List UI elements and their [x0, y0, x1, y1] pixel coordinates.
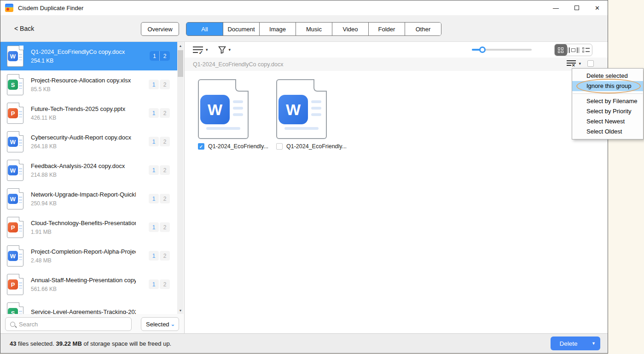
- menu-item-ignore-this-group[interactable]: Ignore this group: [572, 81, 643, 91]
- group-filename: Cloud-Technology-Benefits-Presentation-2…: [31, 220, 136, 226]
- duplicate-count-badges: 12: [149, 279, 170, 289]
- menu-item-delete-selected[interactable]: Delete selected: [572, 71, 643, 81]
- duplicate-count-badges: 12: [149, 165, 170, 175]
- group-row[interactable]: S Service-Level-Agreements-Tracking-2024…: [0, 299, 177, 314]
- app-icon: [5, 4, 13, 12]
- group-filename: Future-Tech-Trends-2025 copy.pptx: [31, 105, 136, 112]
- sidebar-footer: Search Selected ⌄: [0, 314, 184, 334]
- file-card[interactable]: W ✓ Q1-2024_EcoFriendly...: [198, 79, 251, 150]
- selection-summary: 43 files selected. 39.22 MB of storage s…: [10, 340, 171, 347]
- select-options-icon[interactable]: ✓: [193, 46, 203, 53]
- file-card[interactable]: W Q1-2024_EcoFriendly...: [276, 79, 330, 150]
- compare-view-icon: [567, 47, 580, 53]
- duplicate-count-badges: 12: [150, 51, 170, 61]
- duplicate-groups-sidebar: W Q1-2024_EcoFriendlyCo copy.docx254.1 K…: [0, 42, 185, 334]
- group-list: W Q1-2024_EcoFriendlyCo copy.docx254.1 K…: [0, 42, 185, 314]
- group-filesize: 264.18 KB: [31, 143, 136, 150]
- chevron-down-icon: ⌄: [171, 321, 175, 327]
- group-row[interactable]: P Cloud-Technology-Benefits-Presentation…: [0, 213, 177, 242]
- back-button[interactable]: < Back: [14, 25, 34, 32]
- file-checkbox-unchecked[interactable]: [276, 143, 283, 150]
- group-row[interactable]: P Future-Tech-Trends-2025 copy.pptx426.1…: [0, 99, 177, 128]
- app-window: Cisdem Duplicate Finder — ✕ < Back Overv…: [0, 0, 608, 354]
- group-filename: Q1-2024_EcoFriendlyCo copy.docx: [31, 48, 136, 55]
- group-row[interactable]: W Cybersecurity-Audit-Report copy.docx26…: [0, 128, 177, 156]
- content-panel: ✓ ▾ ▾: [185, 42, 608, 334]
- group-menu-caret-icon[interactable]: ▾: [579, 61, 581, 66]
- grid-view-button[interactable]: [555, 44, 567, 56]
- title-bar: Cisdem Duplicate Finder — ✕: [0, 0, 608, 15]
- scrollbar-thumb[interactable]: [178, 50, 183, 77]
- group-row[interactable]: W Network-Upgrade-Impact-Report-QuickFin…: [0, 185, 177, 213]
- group-filesize: 250.94 KB: [31, 200, 136, 207]
- tab-other[interactable]: Other: [405, 23, 441, 35]
- group-row[interactable]: P Annual-Staff-Meeting-Presentation copy…: [0, 270, 177, 299]
- tab-video[interactable]: Video: [332, 23, 368, 35]
- group-row[interactable]: W Feedback-Analysis-2024 copy.docx214.88…: [0, 156, 177, 185]
- group-row[interactable]: W Project-Completion-Report-Alpha-Projec…: [0, 242, 177, 270]
- sort-caret-icon[interactable]: ▾: [206, 47, 208, 52]
- scroll-down-icon[interactable]: ▼: [177, 307, 184, 313]
- search-icon: [10, 322, 15, 327]
- menu-item-select-oldest[interactable]: Select Oldest: [572, 127, 643, 137]
- excel-file-icon: S: [7, 74, 23, 95]
- tab-folder[interactable]: Folder: [368, 23, 405, 35]
- word-file-icon: W: [7, 188, 23, 209]
- group-filesize: 426.11 KB: [31, 115, 136, 121]
- menu-item-select-by-filename[interactable]: Select by Filename: [572, 96, 643, 106]
- search-placeholder: Search: [19, 321, 38, 328]
- tab-all[interactable]: All: [186, 23, 223, 35]
- filter-caret-icon[interactable]: ▾: [229, 47, 231, 52]
- delete-button[interactable]: Delete ▼: [551, 337, 600, 350]
- file-checkbox-checked[interactable]: ✓: [198, 143, 204, 150]
- word-file-icon: W: [7, 245, 23, 267]
- group-filename: Annual-Staff-Meeting-Presentation copy.p…: [31, 277, 136, 284]
- thumbnail-size-slider[interactable]: [472, 49, 532, 51]
- group-filesize: 561.66 KB: [31, 286, 136, 292]
- duplicate-count-badges: 12: [149, 108, 170, 118]
- group-select-all-checkbox[interactable]: [587, 60, 594, 67]
- freed-space: 39.22 MB: [56, 340, 81, 347]
- sidebar-scrollbar[interactable]: ▲ ▼: [177, 42, 184, 314]
- close-button[interactable]: ✕: [587, 0, 608, 15]
- group-filesize: 2.48 MB: [31, 257, 136, 264]
- group-filename: Project-Completion-Report-Alpha-Project …: [31, 248, 136, 255]
- group-filename: Project-Resource-Allocation copy.xlsx: [31, 77, 136, 84]
- group-row[interactable]: S Project-Resource-Allocation copy.xlsx8…: [0, 70, 177, 99]
- file-label: Q1-2024_EcoFriendly...: [208, 143, 268, 150]
- overview-button[interactable]: Overview: [141, 22, 179, 36]
- filter-icon[interactable]: [218, 46, 226, 54]
- minimize-button[interactable]: —: [545, 0, 566, 15]
- powerpoint-file-icon: P: [7, 103, 23, 124]
- compare-view-button[interactable]: [567, 44, 580, 56]
- slider-thumb[interactable]: [479, 46, 486, 53]
- menu-item-select-by-priority[interactable]: Select by Priority: [572, 106, 643, 116]
- maximize-icon: [574, 6, 579, 10]
- duplicate-files-area: W ✓ Q1-2024_EcoFriendly... W: [185, 71, 608, 334]
- tab-image[interactable]: Image: [259, 23, 296, 35]
- selected-filter-dropdown[interactable]: Selected ⌄: [141, 317, 179, 331]
- powerpoint-file-icon: P: [7, 274, 23, 295]
- duplicate-count-badges: 12: [149, 80, 170, 89]
- group-filename: Feedback-Analysis-2024 copy.docx: [31, 162, 136, 169]
- group-filesize: 254.1 KB: [31, 58, 136, 64]
- scroll-up-icon[interactable]: ▲: [177, 42, 184, 49]
- search-input[interactable]: Search: [5, 317, 132, 331]
- word-file-icon: W: [7, 131, 23, 152]
- menu-item-select-newest[interactable]: Select Newest: [572, 116, 643, 127]
- tab-document[interactable]: Document: [223, 23, 259, 35]
- word-file-icon: W: [7, 160, 23, 181]
- duplicate-count-badges: 12: [149, 251, 170, 261]
- powerpoint-file-icon: P: [7, 217, 23, 238]
- close-icon: ✕: [595, 5, 600, 12]
- duplicate-count-badges: 12: [149, 194, 170, 203]
- list-view-button[interactable]: [580, 44, 592, 56]
- group-row[interactable]: W Q1-2024_EcoFriendlyCo copy.docx254.1 K…: [0, 42, 177, 70]
- maximize-button[interactable]: [566, 0, 587, 15]
- content-toolbar: ✓ ▾ ▾: [185, 42, 608, 58]
- menu-separator: [573, 93, 643, 94]
- delete-dropdown-icon[interactable]: ▼: [586, 341, 600, 346]
- tab-music[interactable]: Music: [296, 23, 332, 35]
- group-select-menu-button[interactable]: ✕: [567, 60, 576, 67]
- word-document-icon: W: [276, 79, 327, 139]
